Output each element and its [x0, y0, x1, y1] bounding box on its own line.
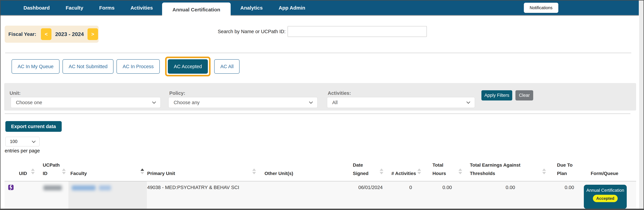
policy-filter-value: Choose any	[174, 100, 200, 105]
sort-icon	[458, 169, 462, 174]
redacted-ucpath-id	[44, 185, 62, 191]
nav-item-activities[interactable]: Activities	[130, 5, 153, 11]
unit-filter-select[interactable]: Choose one	[11, 97, 160, 108]
filter-panel: Unit: Choose one Policy: Choose any Acti…	[4, 83, 636, 111]
table-header: UID UCPath ID Faculty Primary Unit Other…	[4, 156, 636, 181]
col-label: Total Earnings Against Thresholds	[470, 161, 532, 178]
date-signed-cell: 06/01/2024	[342, 181, 386, 210]
tab-ac-in-process[interactable]: AC In Process	[116, 59, 160, 74]
unit-filter-value: Choose one	[16, 100, 42, 105]
sort-ascending-icon	[140, 169, 144, 174]
col-label: Other Unit(s)	[264, 169, 293, 178]
unit-filter-label: Unit:	[10, 90, 20, 96]
col-header-faculty[interactable]: Faculty	[68, 156, 147, 181]
redacted-faculty-name-link[interactable]	[99, 185, 111, 191]
chevron-down-icon	[466, 100, 470, 104]
export-current-data-button[interactable]: Export current data	[5, 121, 62, 132]
clear-filters-button[interactable]: Clear	[516, 90, 533, 100]
top-nav: Dashboard Faculty Forms Activities Annua…	[0, 0, 639, 16]
col-header-num-activities[interactable]: # Activities	[386, 156, 424, 181]
purple-zigzag-row-icon	[8, 185, 14, 190]
redacted-faculty-name-link[interactable]	[72, 185, 96, 191]
due-to-plan-cell: 0.00	[548, 181, 584, 210]
tab-ac-in-my-queue[interactable]: AC In My Queue	[12, 59, 60, 74]
chevron-down-icon	[32, 139, 36, 143]
col-header-total-hours[interactable]: Total Hours	[424, 156, 465, 181]
form-queue-cell: Annual Certification Accepted	[584, 181, 636, 210]
nav-item-forms[interactable]: Forms	[99, 5, 115, 11]
nav-item-faculty[interactable]: Faculty	[66, 5, 83, 11]
col-header-form-queue: Form/Queue	[584, 156, 636, 181]
sort-icon	[31, 169, 35, 174]
active-tab-highlight-ring: AC Accepted	[165, 57, 211, 76]
col-label: # Activities	[392, 169, 416, 178]
search-label: Search by Name or UCPath ID:	[218, 29, 286, 34]
sort-icon	[252, 169, 256, 174]
col-header-due-to-plan: Due To Plan	[548, 156, 584, 181]
entries-per-page-select[interactable]: 100	[5, 137, 40, 146]
entries-per-page-value: 100	[10, 139, 18, 144]
fiscal-year-control: Fiscal Year: < 2023 - 2024 >	[5, 26, 98, 43]
tab-ac-accepted-active[interactable]: AC Accepted	[168, 59, 208, 74]
uid-cell	[4, 181, 38, 210]
col-header-other-units: Other Unit(s)	[259, 156, 342, 181]
fiscal-year-label: Fiscal Year:	[8, 31, 36, 37]
entries-per-page-label: entries per page	[5, 148, 639, 154]
col-label: Primary Unit	[147, 169, 175, 178]
col-header-uid[interactable]: UID	[4, 156, 38, 181]
sort-icon	[380, 169, 383, 174]
fiscal-year-prev-button[interactable]: <	[41, 28, 52, 40]
chevron-down-icon	[152, 100, 156, 104]
section-divider-bottom	[5, 114, 630, 114]
total-earnings-cell: 0.00	[465, 181, 548, 210]
col-label: UCPath ID	[43, 161, 63, 178]
other-units-cell	[259, 181, 342, 210]
chevron-down-icon	[309, 100, 313, 104]
fiscal-search-row: Fiscal Year: < 2023 - 2024 > Search by N…	[0, 16, 639, 53]
faculty-cell	[68, 181, 147, 210]
tab-ac-not-submitted[interactable]: AC Not Submitted	[62, 59, 114, 74]
search-block: Search by Name or UCPath ID:	[218, 26, 427, 37]
sort-icon	[418, 169, 421, 174]
col-header-date-signed[interactable]: Date Signed	[342, 156, 386, 181]
sort-icon	[62, 169, 66, 174]
annual-certification-form-button[interactable]: Annual Certification Accepted	[584, 185, 627, 209]
table-row: 49038 - MED:PSYCHIATRY & BEHAV SCI 06/01…	[4, 181, 636, 210]
policy-filter-select[interactable]: Choose any	[168, 97, 318, 108]
tab-ac-all[interactable]: AC All	[214, 59, 240, 74]
col-label: UID	[19, 169, 27, 178]
activities-filter-label: Activities:	[328, 90, 351, 96]
sort-icon	[542, 169, 546, 174]
col-label: Due To Plan	[557, 161, 576, 178]
nav-item-app-admin[interactable]: App Admin	[278, 5, 305, 11]
accepted-status-badge: Accepted	[593, 195, 618, 202]
col-label: Total Hours	[432, 161, 449, 178]
nav-tab-annual-certification-active[interactable]: Annual Certification	[162, 2, 231, 17]
total-hours-cell: 0.00	[424, 181, 465, 210]
num-activities-cell: 0	[386, 181, 424, 210]
fiscal-year-next-button[interactable]: >	[88, 28, 98, 40]
fiscal-year-value: 2023 - 2024	[55, 31, 84, 37]
search-input[interactable]	[288, 26, 427, 37]
certification-table: UID UCPath ID Faculty Primary Unit Other…	[4, 156, 636, 210]
col-label: Date Signed	[353, 161, 371, 178]
annual-certification-page: Dashboard Faculty Forms Activities Annua…	[0, 0, 639, 209]
queue-tab-bar: AC In My Queue AC Not Submitted AC In Pr…	[12, 58, 639, 75]
apply-filters-button[interactable]: Apply Filters	[482, 90, 512, 100]
nav-item-analytics[interactable]: Analytics	[240, 5, 263, 11]
section-divider-top	[5, 53, 631, 53]
ucpath-id-cell	[38, 181, 68, 210]
policy-filter-label: Policy:	[169, 90, 185, 96]
col-header-ucpath-id[interactable]: UCPath ID	[38, 156, 68, 181]
page-scrollbar[interactable]	[639, 0, 644, 209]
notifications-button[interactable]: Notifications	[524, 3, 558, 13]
col-header-total-earnings[interactable]: Total Earnings Against Thresholds	[465, 156, 548, 181]
activities-filter-value: All	[332, 100, 338, 105]
col-header-primary-unit[interactable]: Primary Unit	[147, 156, 259, 181]
col-label: Faculty	[70, 169, 87, 178]
col-label: Form/Queue	[591, 169, 618, 178]
nav-item-dashboard[interactable]: Dashboard	[24, 5, 50, 11]
form-button-label: Annual Certification	[586, 187, 624, 194]
activities-filter-select[interactable]: All	[327, 97, 475, 108]
primary-unit-cell: 49038 - MED:PSYCHIATRY & BEHAV SCI	[147, 181, 259, 210]
